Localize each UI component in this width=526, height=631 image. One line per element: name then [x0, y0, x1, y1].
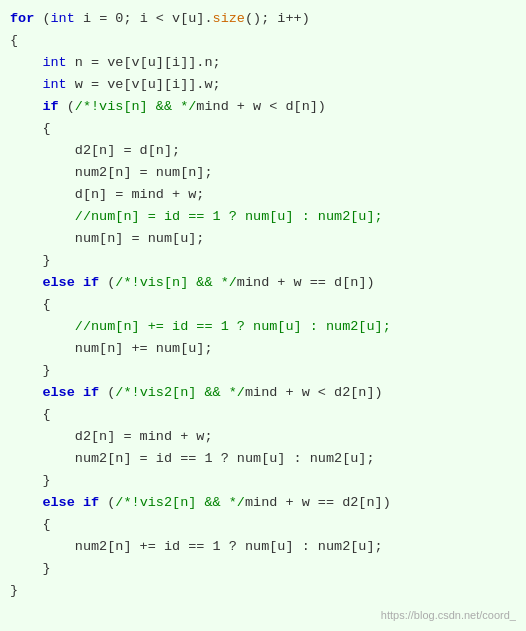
code-line: }: [10, 250, 516, 272]
code-token: //num[n] = id == 1 ? num[u] : num2[u];: [75, 209, 383, 224]
code-token: {: [10, 33, 18, 48]
code-token: [10, 99, 42, 114]
code-line: {: [10, 404, 516, 426]
code-token: n = ve[v[u][i]].n;: [67, 55, 221, 70]
code-token: num[n] = num[u];: [10, 231, 204, 246]
code-token: d2[n] = mind + w;: [10, 429, 213, 444]
code-line: else if (/*!vis2[n] && */mind + w < d2[n…: [10, 382, 516, 404]
code-line: num[n] += num[u];: [10, 338, 516, 360]
code-line: {: [10, 294, 516, 316]
code-token: int: [42, 77, 66, 92]
code-token: else: [42, 275, 74, 290]
code-token: (: [99, 495, 115, 510]
code-token: else: [42, 495, 74, 510]
code-token: }: [10, 583, 18, 598]
code-token: [10, 77, 42, 92]
code-line: d2[n] = mind + w;: [10, 426, 516, 448]
code-line: d[n] = mind + w;: [10, 184, 516, 206]
code-token: //num[n] += id == 1 ? num[u] : num2[u];: [75, 319, 391, 334]
code-line: num2[n] = id == 1 ? num[u] : num2[u];: [10, 448, 516, 470]
code-token: d[n] = mind + w;: [10, 187, 204, 202]
code-line: }: [10, 580, 516, 602]
code-token: mind + w == d[n]): [237, 275, 375, 290]
code-token: if: [83, 275, 99, 290]
code-token: [10, 495, 42, 510]
code-token: }: [10, 473, 51, 488]
code-token: num[n] += num[u];: [10, 341, 213, 356]
watermark: https://blog.csdn.net/coord_: [381, 609, 516, 621]
code-token: [10, 385, 42, 400]
code-token: [75, 495, 83, 510]
code-token: else: [42, 385, 74, 400]
code-token: /*!vis2[n] && */: [115, 385, 245, 400]
code-token: (: [99, 275, 115, 290]
code-token: }: [10, 363, 51, 378]
code-token: [75, 275, 83, 290]
code-token: for: [10, 11, 34, 26]
code-token: num2[n] += id == 1 ? num[u] : num2[u];: [10, 539, 383, 554]
code-line: int n = ve[v[u][i]].n;: [10, 52, 516, 74]
code-token: if: [83, 385, 99, 400]
code-token: [10, 319, 75, 334]
code-token: /*!vis[n] && */: [75, 99, 197, 114]
code-line: {: [10, 30, 516, 52]
code-token: i = 0; i < v[u].: [75, 11, 213, 26]
code-token: (); i++): [245, 11, 310, 26]
code-line: num[n] = num[u];: [10, 228, 516, 250]
code-line: else if (/*!vis[n] && */mind + w == d[n]…: [10, 272, 516, 294]
code-token: num2[n] = id == 1 ? num[u] : num2[u];: [10, 451, 375, 466]
code-token: {: [10, 407, 51, 422]
code-token: mind + w < d2[n]): [245, 385, 383, 400]
code-line: d2[n] = d[n];: [10, 140, 516, 162]
code-line: {: [10, 514, 516, 536]
code-line: }: [10, 470, 516, 492]
code-token: /*!vis[n] && */: [115, 275, 237, 290]
code-token: [10, 275, 42, 290]
code-token: int: [51, 11, 75, 26]
code-block: for (int i = 0; i < v[u].size(); i++){ i…: [0, 0, 526, 631]
code-token: w = ve[v[u][i]].w;: [67, 77, 221, 92]
code-line: //num[n] += id == 1 ? num[u] : num2[u];: [10, 316, 516, 338]
code-token: (: [59, 99, 75, 114]
code-line: for (int i = 0; i < v[u].size(); i++): [10, 8, 516, 30]
code-token: (: [34, 11, 50, 26]
code-token: if: [42, 99, 58, 114]
code-token: (: [99, 385, 115, 400]
code-token: [75, 385, 83, 400]
code-line: //num[n] = id == 1 ? num[u] : num2[u];: [10, 206, 516, 228]
code-line: }: [10, 558, 516, 580]
code-token: }: [10, 253, 51, 268]
code-token: /*!vis2[n] && */: [115, 495, 245, 510]
code-token: {: [10, 297, 51, 312]
code-token: if: [83, 495, 99, 510]
code-token: {: [10, 121, 51, 136]
code-line: int w = ve[v[u][i]].w;: [10, 74, 516, 96]
code-token: d2[n] = d[n];: [10, 143, 180, 158]
code-token: }: [10, 561, 51, 576]
code-token: mind + w < d[n]): [196, 99, 326, 114]
code-token: mind + w == d2[n]): [245, 495, 391, 510]
code-token: {: [10, 517, 51, 532]
code-line: num2[n] += id == 1 ? num[u] : num2[u];: [10, 536, 516, 558]
code-line: num2[n] = num[n];: [10, 162, 516, 184]
code-line: if (/*!vis[n] && */mind + w < d[n]): [10, 96, 516, 118]
code-token: num2[n] = num[n];: [10, 165, 213, 180]
code-token: int: [42, 55, 66, 70]
code-token: [10, 55, 42, 70]
code-line: else if (/*!vis2[n] && */mind + w == d2[…: [10, 492, 516, 514]
code-line: }: [10, 360, 516, 382]
code-token: [10, 209, 75, 224]
code-token: size: [213, 11, 245, 26]
code-line: {: [10, 118, 516, 140]
